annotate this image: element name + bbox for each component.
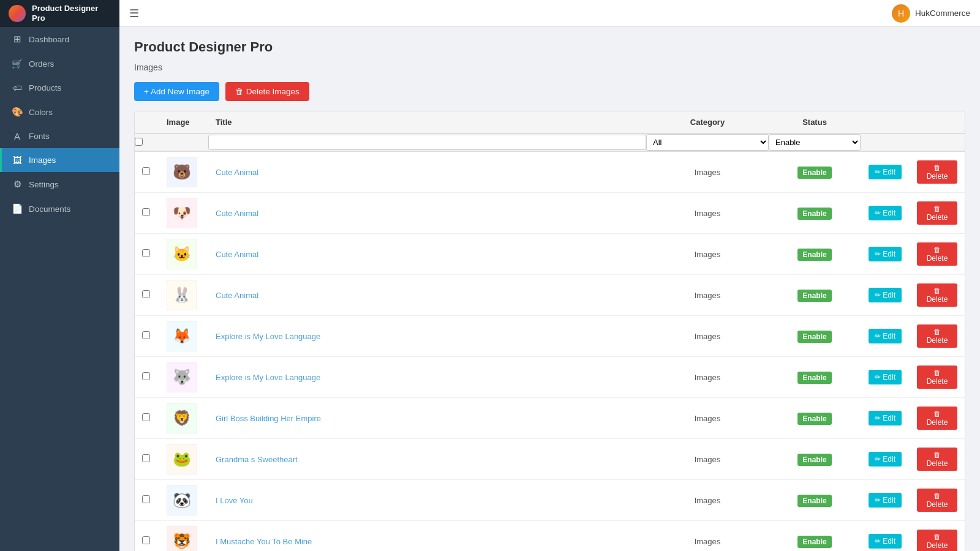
sidebar-item-settings[interactable]: ⚙ Settings [0,172,119,197]
add-new-image-button[interactable]: + Add New Image [134,82,219,101]
row-status-cell: Enable [769,439,861,480]
row-title-link-8[interactable]: Grandma s Sweetheart [216,455,298,464]
documents-icon: 📄 [12,203,23,214]
row-title-link-4[interactable]: Cute Animal [216,291,258,300]
content-area: Product Designer Pro Images + Add New Im… [119,27,980,551]
row-checkbox-8[interactable] [142,454,150,462]
row-checkbox-7[interactable] [142,413,150,421]
row-check-cell [135,357,159,398]
page-title: Product Designer Pro [134,39,965,55]
delete-button-8[interactable]: 🗑 Delete [917,448,957,471]
products-icon: 🏷 [12,83,23,93]
edit-button-1[interactable]: ✏ Edit [869,165,902,179]
row-category-cell: Images [646,521,769,552]
table-row: 🐸 Grandma s Sweetheart Images Enable ✏ E… [135,439,965,480]
row-status-cell: Enable [769,275,861,316]
row-image-thumb: 🐱 [167,239,197,269]
sidebar-item-label: Products [29,83,61,92]
category-filter-select[interactable]: All Images Templates Cliparts [646,134,769,151]
delete-button-2[interactable]: 🗑 Delete [917,201,957,225]
row-title-link-2[interactable]: Cute Animal [216,209,258,218]
row-title-link-6[interactable]: Explore is My Love Language [216,373,320,382]
row-status-cell: Enable [769,521,861,552]
sidebar-item-dashboard[interactable]: ⊞ Dashboard [0,27,119,51]
row-check-cell [135,398,159,439]
row-category-cell: Images [646,234,769,275]
col-status-header: Status [769,111,861,133]
edit-button-6[interactable]: ✏ Edit [869,370,902,384]
sidebar-item-products[interactable]: 🏷 Products [0,76,119,100]
status-badge: Enable [797,372,831,384]
row-checkbox-2[interactable] [142,208,150,216]
row-title-link-5[interactable]: Explore is My Love Language [216,332,320,341]
table-header-row: Image Title Category Status [135,111,965,133]
status-filter-select[interactable]: Enable Disable [769,134,861,151]
row-checkbox-9[interactable] [142,495,150,503]
row-check-cell [135,480,159,521]
row-image-cell: 🐸 [159,439,208,480]
edit-button-9[interactable]: ✏ Edit [869,493,902,508]
row-image-thumb: 🐼 [167,485,197,515]
row-status-cell: Enable [769,398,861,439]
sidebar-item-orders[interactable]: 🛒 Orders [0,51,119,76]
filter-delete-cell [910,133,965,151]
edit-button-7[interactable]: ✏ Edit [869,411,902,425]
status-badge: Enable [797,290,831,302]
row-checkbox-4[interactable] [142,290,150,298]
row-title-link-10[interactable]: I Mustache You To Be Mine [216,537,312,546]
row-title-link-9[interactable]: I Love You [216,496,253,505]
edit-button-2[interactable]: ✏ Edit [869,206,902,220]
edit-button-8[interactable]: ✏ Edit [869,452,902,467]
hamburger-icon[interactable]: ☰ [129,7,139,20]
row-delete-cell: 🗑 Delete [910,193,965,234]
status-badge: Enable [797,536,831,548]
row-title-link-7[interactable]: Girl Boss Building Her Empire [216,414,321,423]
edit-button-4[interactable]: ✏ Edit [869,288,902,302]
row-title-link-3[interactable]: Cute Animal [216,250,258,259]
delete-button-6[interactable]: 🗑 Delete [917,365,957,389]
delete-button-5[interactable]: 🗑 Delete [917,324,957,348]
row-delete-cell: 🗑 Delete [910,480,965,521]
edit-button-3[interactable]: ✏ Edit [869,247,902,261]
sidebar-item-colors[interactable]: 🎨 Colors [0,100,119,124]
col-category-header: Category [646,111,769,133]
delete-images-button[interactable]: 🗑 Delete Images [225,82,309,101]
row-image-thumb: 🦊 [167,321,197,351]
select-all-checkbox[interactable] [135,138,143,146]
row-image-thumb: 🦁 [167,403,197,433]
status-badge: Enable [797,208,831,220]
delete-button-1[interactable]: 🗑 Delete [917,160,957,184]
row-title-cell: Cute Animal [208,234,646,275]
table-row: 🐰 Cute Animal Images Enable ✏ Edit 🗑 Del… [135,275,965,316]
row-checkbox-10[interactable] [142,536,150,544]
row-title-link-1[interactable]: Cute Animal [216,168,258,177]
delete-button-3[interactable]: 🗑 Delete [917,242,957,266]
row-image-thumb: 🐶 [167,198,197,228]
username: HukCommerce [915,9,970,18]
delete-button-10[interactable]: 🗑 Delete [917,530,957,551]
row-check-cell [135,521,159,552]
main-content: ☰ H HukCommerce Product Designer Pro Ima… [119,0,980,551]
row-image-cell: 🐺 [159,357,208,398]
row-check-cell [135,439,159,480]
row-checkbox-5[interactable] [142,331,150,339]
title-filter-input[interactable] [208,135,646,150]
row-checkbox-6[interactable] [142,372,150,380]
row-status-cell: Enable [769,151,861,193]
row-title-cell: Grandma s Sweetheart [208,439,646,480]
row-title-cell: Cute Animal [208,193,646,234]
row-image-thumb: 🐸 [167,444,197,474]
sidebar-item-fonts[interactable]: A Fonts [0,124,119,148]
delete-button-4[interactable]: 🗑 Delete [917,283,957,307]
delete-button-7[interactable]: 🗑 Delete [917,407,957,430]
sidebar-item-documents[interactable]: 📄 Documents [0,197,119,221]
edit-button-5[interactable]: ✏ Edit [869,329,902,343]
edit-button-10[interactable]: ✏ Edit [869,534,902,549]
sidebar-item-images[interactable]: 🖼 Images [0,148,119,172]
row-category-cell: Images [646,439,769,480]
settings-icon: ⚙ [12,179,23,190]
delete-button-9[interactable]: 🗑 Delete [917,489,957,512]
row-checkbox-3[interactable] [142,249,150,257]
row-delete-cell: 🗑 Delete [910,521,965,552]
row-checkbox-1[interactable] [142,167,150,175]
